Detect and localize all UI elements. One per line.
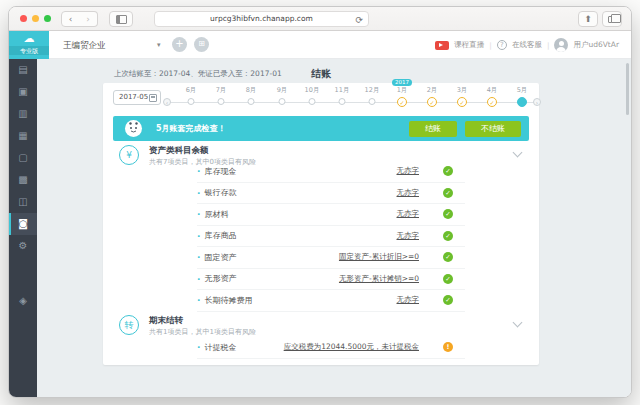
check-ok-icon: ✓ xyxy=(443,252,453,262)
voucher-icon: ▤ xyxy=(18,64,27,75)
check-row-inventory: ·库存商品无赤字✓ xyxy=(197,226,465,248)
row-detail-link[interactable]: 无赤字 xyxy=(397,188,420,198)
sidebar-item-salary[interactable]: ◫ xyxy=(9,191,37,213)
dropdown-caret-icon[interactable]: ▾ xyxy=(157,41,161,49)
timeline-month-jul[interactable]: 7月 xyxy=(206,83,236,113)
banner-actions: 结账 不结账 xyxy=(409,121,521,137)
app-logo[interactable]: ☁ 专业版 xyxy=(9,31,49,59)
check-result-banner: 5月账套完成检查！ 结账 不结账 xyxy=(113,116,529,141)
minimize-window-button[interactable] xyxy=(32,15,39,22)
sidebar-item-funds[interactable]: ▦ xyxy=(9,125,37,147)
timeline-month-dec[interactable]: 12月 xyxy=(357,83,387,113)
month-label: 10月 xyxy=(297,86,327,95)
month-label: 5月 xyxy=(507,86,537,95)
sidebar-item-invoices[interactable]: ▢ xyxy=(9,147,37,169)
timeline-month-feb[interactable]: 2月✓ xyxy=(417,83,447,113)
tabs-button[interactable] xyxy=(602,11,622,27)
check-row-bank: ·银行存款无赤字✓ xyxy=(197,183,465,205)
user-name[interactable]: 用户ud6VtAr xyxy=(573,40,619,50)
row-label: 库存商品 xyxy=(204,230,236,241)
warning-icon: ! xyxy=(443,342,453,352)
asset-section-icon: ¥ xyxy=(119,145,139,165)
refresh-icon[interactable]: ⟳ xyxy=(355,13,363,27)
timeline-month-mar[interactable]: 3月✓ xyxy=(447,83,477,113)
header-right-group: 课程直播 | ? 在线客服 | 用户ud6VtAr xyxy=(435,31,619,59)
row-detail-link[interactable]: 固定资产-累计折旧>=0 xyxy=(339,252,419,262)
month-check-icon: ✓ xyxy=(457,97,467,107)
check-row-tax-accrual: ·计提税金应交税费为12044.5000元，未计提税金! xyxy=(197,337,465,359)
sidebar-item-closing[interactable]: ◙ xyxy=(9,213,37,235)
timeline-month-apr[interactable]: 4月✓ xyxy=(477,83,507,113)
close-window-button[interactable] xyxy=(20,15,27,22)
address-bar[interactable]: urpcg3hibfvn.chanapp.com ⟳ xyxy=(154,11,369,27)
month-node xyxy=(188,98,195,105)
check-row-cash: ·库存现金无赤字✓ xyxy=(197,161,465,183)
bullet-icon: · xyxy=(197,231,200,241)
timeline-month-jan[interactable]: 20171月✓ xyxy=(387,83,417,113)
row-detail-link[interactable]: 无赤字 xyxy=(397,166,420,176)
check-row-fixed-assets: ·固定资产固定资产-累计折旧>=0✓ xyxy=(197,247,465,269)
tabs-icon xyxy=(608,16,616,23)
company-selector[interactable]: 王编贸企业 xyxy=(63,40,106,52)
row-label: 原材料 xyxy=(204,209,228,220)
timeline-month-jun[interactable]: 6月 xyxy=(176,83,206,113)
timeline-month-may[interactable]: 5月 xyxy=(507,83,537,113)
zoom-window-button[interactable] xyxy=(44,15,51,22)
add-account-button[interactable]: + xyxy=(172,37,187,52)
sidebar-toggle-button[interactable] xyxy=(109,11,133,27)
sidebar-item-vouchers[interactable]: ▤ xyxy=(9,59,37,81)
row-detail-link[interactable]: 无赤字 xyxy=(397,209,420,219)
row-detail-link[interactable]: 无赤字 xyxy=(397,295,420,305)
timeline-month-nov[interactable]: 11月 xyxy=(327,83,357,113)
check-row-deferred-expenses: ·长期待摊费用无赤字✓ xyxy=(197,290,465,312)
back-button[interactable]: ‹ xyxy=(61,11,80,27)
bullet-icon: · xyxy=(197,252,200,262)
bullet-icon: · xyxy=(197,274,200,284)
sidebar-item-reports[interactable]: ▥ xyxy=(9,103,37,125)
period-date-picker[interactable]: 2017-05 xyxy=(113,90,161,105)
chevron-down-icon[interactable] xyxy=(513,318,523,328)
forward-button[interactable]: › xyxy=(79,11,98,27)
check-ok-icon: ✓ xyxy=(443,166,453,176)
app-header: ☁ 专业版 王编贸企业 ▾ + ⊞ 课程直播 | ? 在线客服 | 用户ud6V… xyxy=(9,31,631,59)
month-check-icon: ✓ xyxy=(487,97,497,107)
month-label: 2月 xyxy=(417,86,447,95)
online-support-link[interactable]: 在线客服 xyxy=(512,40,542,50)
chevron-down-icon[interactable] xyxy=(513,148,523,158)
row-detail-link[interactable]: 无赤字 xyxy=(397,231,420,241)
period-date-value: 2017-05 xyxy=(119,93,148,101)
question-icon: ? xyxy=(497,40,507,50)
asset-section-title: 资产类科目余额 xyxy=(149,145,209,157)
scrollbar[interactable] xyxy=(626,63,629,115)
live-course-link[interactable]: 课程直播 xyxy=(454,40,484,50)
close-books-button[interactable]: 结账 xyxy=(409,121,457,137)
main-content: 上次结账至：2017-04、凭证已录入至：2017-01 结账 2017-05 … xyxy=(37,59,631,397)
sidebar-item-settings[interactable]: ⚙ xyxy=(9,235,37,257)
sidebar-item-tax[interactable]: ▩ xyxy=(9,169,37,191)
row-detail-link[interactable]: 无形资产-累计摊销>=0 xyxy=(339,274,419,284)
sidebar: ▤ ▣ ▥ ▦ ▢ ▩ ◫ ◙ ⚙ ◈ xyxy=(9,59,37,397)
row-label: 固定资产 xyxy=(204,252,236,263)
month-label: 8月 xyxy=(236,86,266,95)
row-label: 银行存款 xyxy=(204,187,236,198)
row-detail-link[interactable]: 应交税费为12044.5000元，未计提税金 xyxy=(284,342,419,352)
apps-grid-button[interactable]: ⊞ xyxy=(194,37,209,52)
carryover-section-title: 期末结转 xyxy=(149,315,183,327)
check-ok-icon: ✓ xyxy=(443,209,453,219)
share-button[interactable]: ⬆ xyxy=(578,11,598,27)
sidebar-item-daybook[interactable]: ▣ xyxy=(9,81,37,103)
month-label: 12月 xyxy=(357,86,387,95)
bullet-icon: · xyxy=(197,209,200,219)
avatar[interactable] xyxy=(554,38,568,52)
timeline-month-sep[interactable]: 9月 xyxy=(267,83,297,113)
sidebar-item-help[interactable]: ◈ xyxy=(9,290,37,312)
timeline-month-oct[interactable]: 10月 xyxy=(297,83,327,113)
bullet-icon: · xyxy=(197,342,200,352)
cloud-logo-icon: ☁ xyxy=(9,31,49,46)
timeline-prev-icon[interactable]: ‹ xyxy=(163,98,171,106)
bullet-icon: · xyxy=(197,166,200,176)
live-tv-icon xyxy=(435,41,449,50)
timeline-month-aug[interactable]: 8月 xyxy=(236,83,266,113)
check-ok-icon: ✓ xyxy=(443,274,453,284)
do-not-close-button[interactable]: 不结账 xyxy=(465,121,521,137)
